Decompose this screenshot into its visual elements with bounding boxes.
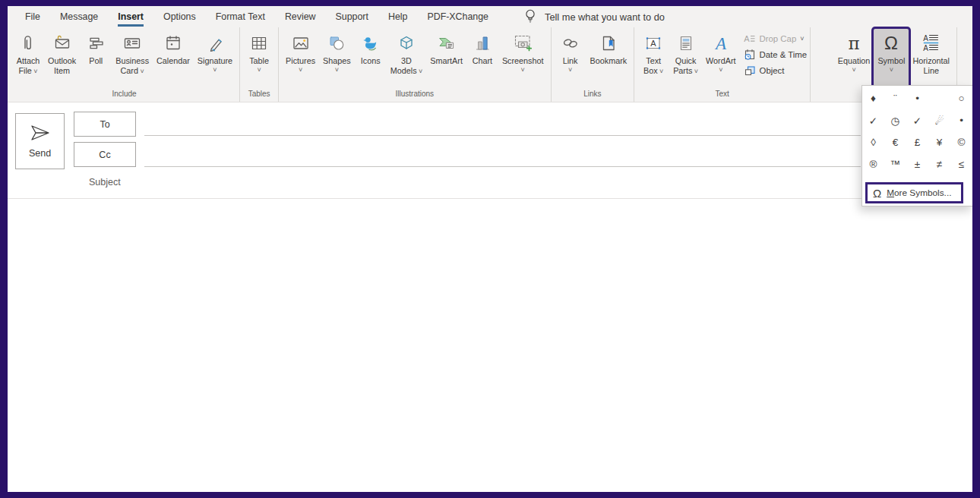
ribbon-button-shapes[interactable]: Shapes˅ xyxy=(319,29,355,88)
message-body[interactable] xyxy=(8,199,972,492)
ribbon-button-date-time[interactable]: Date & Time xyxy=(744,49,808,61)
ribbon-button-business-card[interactable]: BusinessCard ˅ xyxy=(112,29,153,88)
symbol-cell[interactable]: ✓ xyxy=(906,109,928,131)
ribbon-button-calendar[interactable]: Calendar xyxy=(153,29,194,88)
symbol-cell[interactable]: £ xyxy=(906,131,928,153)
ribbon-button-screenshot[interactable]: Screenshot˅ xyxy=(498,29,548,88)
symbol-cell[interactable]: ™ xyxy=(884,153,906,175)
more-symbols-button[interactable]: Ω More Symbols... xyxy=(865,182,963,203)
ribbon-button-table[interactable]: Table˅ xyxy=(243,29,275,88)
symbol-cell[interactable]: ≤ xyxy=(950,153,972,175)
ribbon-button-attach-file[interactable]: AttachFile ˅ xyxy=(12,29,44,88)
button-label: Equation˅ xyxy=(838,56,871,74)
ribbon-button-icons[interactable]: Icons xyxy=(355,29,387,88)
symbol-cell[interactable]: ◊ xyxy=(862,131,884,153)
symbol-cell[interactable]: ♦ xyxy=(862,87,884,109)
tab-support[interactable]: Support xyxy=(326,6,378,27)
ribbon-button-pictures[interactable]: Pictures˅ xyxy=(282,29,319,88)
ribbon-button-signature[interactable]: Signature˅ xyxy=(194,29,236,88)
send-button[interactable]: Send xyxy=(15,113,65,169)
signature-icon xyxy=(204,32,226,55)
cc-button[interactable]: Cc xyxy=(74,142,136,167)
text-box-icon: A xyxy=(642,32,665,55)
ribbon: AttachFile ˅OutlookItemPollBusinessCard … xyxy=(8,27,972,102)
ribbon-button-drop-cap: ADrop Cap˅ xyxy=(744,33,808,45)
button-label: 3DModels ˅ xyxy=(390,56,423,76)
ribbon-button-outlook-item[interactable]: OutlookItem xyxy=(44,29,80,88)
to-input[interactable] xyxy=(144,135,861,136)
quick-parts-icon xyxy=(675,32,697,55)
tab-review[interactable]: Review xyxy=(275,6,326,27)
symbol-cell[interactable]: • xyxy=(950,109,972,131)
button-label: Table˅ xyxy=(249,56,269,74)
button-label: WordArt˅ xyxy=(706,56,735,74)
ribbon-button-smartart[interactable]: SmartArt xyxy=(426,29,466,88)
horizontal-line-icon: AA xyxy=(920,32,943,55)
symbol-cell[interactable]: ¨ xyxy=(884,87,906,109)
tab-help[interactable]: Help xyxy=(378,6,417,27)
ribbon-button-object[interactable]: Object xyxy=(744,65,808,77)
svg-text:π: π xyxy=(849,33,860,53)
outlook-item-icon xyxy=(51,32,74,55)
group-label-illustrations: Illustrations xyxy=(282,88,547,102)
button-label: Poll xyxy=(89,56,103,66)
ribbon-button-equation[interactable]: πEquation˅ xyxy=(834,29,874,88)
symbol-cell[interactable]: ☄ xyxy=(928,109,950,131)
omega-icon: Ω xyxy=(873,188,881,199)
ribbon-button-quick-parts[interactable]: QuickParts ˅ xyxy=(669,29,702,88)
ribbon-button-chart[interactable]: Chart xyxy=(466,29,498,88)
business-card-icon xyxy=(121,32,144,55)
button-label: Link˅ xyxy=(563,56,578,74)
button-label: BusinessCard ˅ xyxy=(115,56,149,76)
symbol-cell[interactable]: ◷ xyxy=(884,109,906,131)
symbol-cell[interactable]: © xyxy=(950,131,972,153)
ribbon-button-text-box[interactable]: ATextBox ˅ xyxy=(637,29,669,88)
button-label: Date & Time xyxy=(760,50,808,59)
calendar-icon xyxy=(162,32,185,55)
ribbon-button-symbol[interactable]: ΩSymbol˅ xyxy=(874,29,909,88)
tab-file[interactable]: File xyxy=(15,6,50,27)
subject-field[interactable]: Subject xyxy=(89,177,121,188)
svg-text:A: A xyxy=(923,44,928,52)
tab-format-text[interactable]: Format Text xyxy=(206,6,275,27)
date-time-icon xyxy=(744,49,756,61)
tell-me-box[interactable]: Tell me what you want to do xyxy=(524,6,665,27)
tab-pdf-xchange[interactable]: PDF-XChange xyxy=(417,6,498,27)
more-symbols-label: More Symbols... xyxy=(887,188,951,198)
symbol-cell[interactable]: ± xyxy=(906,153,928,175)
ribbon-group-tables: Table˅Tables xyxy=(240,27,279,102)
ribbon-button-link[interactable]: Link˅ xyxy=(555,29,586,88)
chart-icon xyxy=(471,32,494,55)
annotation-frame-right xyxy=(972,0,980,498)
symbol-cell[interactable]: ¥ xyxy=(928,131,950,153)
icons-icon xyxy=(359,32,382,55)
to-button[interactable]: To xyxy=(74,112,136,137)
to-label: To xyxy=(100,119,109,130)
button-label: Icons xyxy=(361,56,381,66)
cc-label: Cc xyxy=(99,150,110,160)
tab-message[interactable]: Message xyxy=(50,6,108,27)
ribbon-button-bookmark[interactable]: Bookmark xyxy=(586,29,631,88)
symbol-cell[interactable]: ✓ xyxy=(862,109,884,131)
ribbon-button-poll[interactable]: Poll xyxy=(80,29,112,88)
svg-text:Ω: Ω xyxy=(884,33,898,53)
symbol-cell[interactable]: € xyxy=(884,131,906,153)
svg-text:A: A xyxy=(744,34,750,43)
tab-options[interactable]: Options xyxy=(153,6,206,27)
cc-input[interactable] xyxy=(144,166,861,167)
button-label: Calendar xyxy=(156,56,190,66)
group-label-text: Text xyxy=(637,88,807,102)
ribbon-button-wordart[interactable]: AWordArt˅ xyxy=(702,29,739,88)
symbol-cell[interactable]: ≠ xyxy=(928,153,950,175)
symbol-cell[interactable]: ○ xyxy=(950,87,972,109)
tab-insert[interactable]: Insert xyxy=(108,6,153,27)
ribbon-button-3d-models[interactable]: 3DModels ˅ xyxy=(387,29,427,88)
ribbon-button-horizontal-line[interactable]: AAHorizontalLine xyxy=(909,29,953,88)
button-label: Screenshot˅ xyxy=(502,56,544,74)
button-label: Object xyxy=(760,66,785,75)
symbol-cell[interactable]: ® xyxy=(862,153,884,175)
subject-label: Subject xyxy=(89,177,121,188)
annotation-frame-top xyxy=(0,0,980,6)
recent-symbols-grid: ♦¨•○✓◷✓☄•◊€£¥©®™±≠≤ xyxy=(862,86,972,175)
symbol-cell[interactable]: • xyxy=(906,87,928,109)
